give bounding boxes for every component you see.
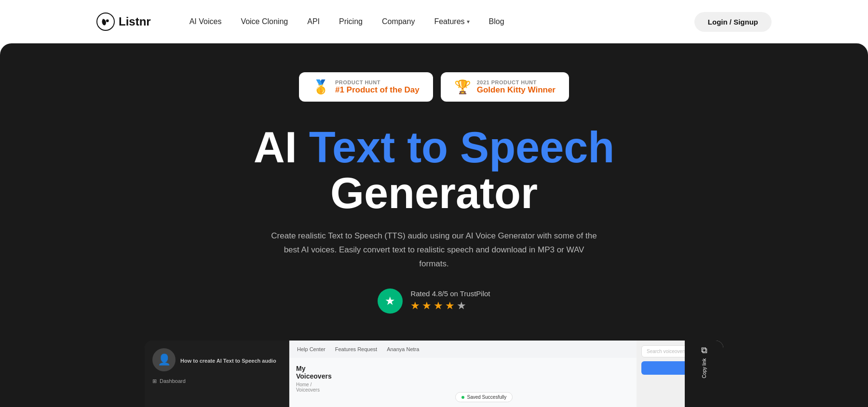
voiceover-breadcrumb: Home / Voiceovers bbox=[296, 382, 332, 393]
svg-point-1 bbox=[106, 19, 109, 22]
nav-api[interactable]: API bbox=[307, 17, 320, 26]
logo-text: Listnr bbox=[119, 15, 151, 28]
badge-kitty-title: Golden Kitty Winner bbox=[477, 85, 556, 95]
video-sidebar: 👤 How to create AI Text to Speech audio … bbox=[145, 341, 289, 407]
star-3: ★ bbox=[434, 300, 443, 312]
hero-headline: AI Text to Speech Generator bbox=[254, 125, 615, 216]
login-signup-button[interactable]: Login / Signup bbox=[694, 12, 772, 32]
help-center-link: Help Center bbox=[297, 346, 326, 352]
badge-kitty-emoji: 🏆 bbox=[454, 79, 471, 95]
nav-features-label: Features bbox=[434, 17, 464, 26]
nav-links: AI Voices Voice Cloning API Pricing Comp… bbox=[190, 17, 675, 26]
hero-suffix: Generator bbox=[330, 169, 538, 217]
video-top-bar: Help Center Features Request Ananya Netr… bbox=[289, 341, 637, 358]
trustpilot-info: Rated 4.8/5 on TrustPilot ★ ★ ★ ★ ★ bbox=[410, 289, 490, 312]
hero-subtext: Create realistic Text to Speech (TTS) au… bbox=[270, 229, 598, 271]
navbar: Listnr AI Voices Voice Cloning API Prici… bbox=[0, 0, 868, 43]
nav-ai-voices[interactable]: AI Voices bbox=[190, 17, 222, 26]
nav-features[interactable]: Features ▾ bbox=[434, 17, 469, 26]
video-sidebar-dashboard: ⊞ Dashboard bbox=[152, 378, 281, 384]
saved-dot bbox=[461, 396, 464, 399]
badge-kitty-label: 2021 PRODUCT HUNT bbox=[477, 79, 556, 85]
features-request-link: Features Request bbox=[335, 346, 377, 352]
voiceover-panel: My Voiceovers Home / Voiceovers bbox=[296, 365, 332, 407]
badge-product-text: PRODUCT HUNT #1 Product of the Day bbox=[335, 79, 420, 95]
copy-icon: ⧉ bbox=[701, 345, 707, 355]
nav-company[interactable]: Company bbox=[382, 17, 415, 26]
nav-blog[interactable]: Blog bbox=[489, 17, 504, 26]
trustpilot-icon: ★ bbox=[378, 289, 403, 314]
video-main-area: Help Center Features Request Ananya Netr… bbox=[289, 341, 637, 407]
badge-product-title: #1 Product of the Day bbox=[335, 85, 420, 95]
star-2: ★ bbox=[422, 300, 432, 312]
hero-blue-text: Text to Speech bbox=[309, 123, 614, 171]
trustpilot-row: ★ Rated 4.8/5 on TrustPilot ★ ★ ★ ★ ★ bbox=[378, 289, 490, 314]
dashboard-icon: ⊞ bbox=[152, 378, 157, 384]
nav-pricing[interactable]: Pricing bbox=[339, 17, 363, 26]
saved-badge: Saved Succesfully bbox=[455, 392, 513, 402]
video-how-to-title: How to create AI Text to Speech audio bbox=[180, 358, 276, 364]
hero-h1: AI Text to Speech Generator bbox=[254, 125, 615, 216]
copy-link-area: ⧉ Copy link bbox=[685, 341, 723, 407]
video-avatar: 👤 bbox=[152, 348, 176, 371]
badge-golden-kitty: 🏆 2021 PRODUCT HUNT Golden Kitty Winner bbox=[441, 72, 569, 102]
hero-section: 🥇 PRODUCT HUNT #1 Product of the Day 🏆 2… bbox=[0, 43, 868, 407]
trustpilot-text: Rated 4.8/5 on TrustPilot bbox=[410, 289, 490, 298]
voiceover-panel-title: My Voiceovers bbox=[296, 365, 332, 380]
star-5: ★ bbox=[457, 300, 466, 312]
star-4: ★ bbox=[445, 300, 455, 312]
badge-kitty-text: 2021 PRODUCT HUNT Golden Kitty Winner bbox=[477, 79, 556, 95]
nav-voice-cloning[interactable]: Voice Cloning bbox=[241, 17, 288, 26]
video-preview: 👤 How to create AI Text to Speech audio … bbox=[145, 341, 723, 407]
saved-text: Saved Succesfully bbox=[467, 394, 506, 400]
user-name-label: Ananya Netra bbox=[387, 346, 419, 352]
video-content-area: My Voiceovers Home / Voiceovers Saved Su… bbox=[289, 358, 637, 407]
chevron-down-icon: ▾ bbox=[467, 18, 470, 25]
star-1: ★ bbox=[410, 300, 420, 312]
badge-product-of-day: 🥇 PRODUCT HUNT #1 Product of the Day bbox=[299, 72, 433, 102]
logo[interactable]: Listnr bbox=[96, 13, 151, 31]
badge-product-label: PRODUCT HUNT bbox=[335, 79, 420, 85]
badges-row: 🥇 PRODUCT HUNT #1 Product of the Day 🏆 2… bbox=[299, 72, 569, 102]
dashboard-label: Dashboard bbox=[160, 378, 186, 384]
stars-row: ★ ★ ★ ★ ★ bbox=[410, 300, 490, 312]
copy-link-text: Copy link bbox=[702, 358, 707, 378]
hero-prefix: AI bbox=[254, 123, 309, 171]
logo-icon bbox=[96, 13, 115, 31]
badge-product-emoji: 🥇 bbox=[312, 79, 329, 95]
